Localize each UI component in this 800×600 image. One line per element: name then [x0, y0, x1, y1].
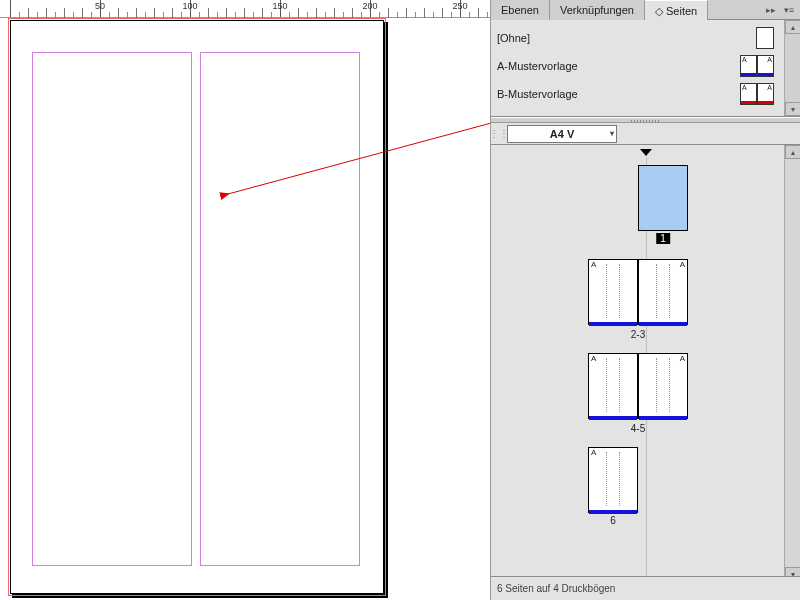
panel-status: 6 Seiten auf 4 Druckbögen: [491, 576, 800, 600]
ruler-label: 150: [272, 1, 287, 11]
column-guide-left: [32, 52, 192, 566]
page-size-label: A4 V: [550, 128, 574, 140]
document-pages-pane[interactable]: 1AA2-3AA4-5A6 ▴ ▾: [491, 145, 800, 600]
scroll-up-icon[interactable]: ▴: [785, 20, 800, 34]
scroll-up-icon[interactable]: ▴: [785, 145, 800, 159]
master-row[interactable]: A-MustervorlageAA: [497, 52, 794, 80]
page-thumb[interactable]: A: [588, 353, 638, 419]
panel-tabbar: Ebenen Verknüpfungen ◇ Seiten ▸▸ ▾≡: [491, 0, 800, 20]
chevron-down-icon: ▾: [610, 129, 614, 138]
spine-marker-icon: [640, 149, 652, 156]
tab-links[interactable]: Verknüpfungen: [550, 0, 645, 20]
page-size-select[interactable]: A4 V ▾: [507, 125, 617, 143]
page-thumb[interactable]: A: [638, 353, 688, 419]
page-size-bar: ⋮⋮ A4 V ▾: [491, 123, 800, 145]
tab-pages-label: Seiten: [666, 5, 697, 17]
pane-divider[interactable]: [491, 117, 800, 123]
status-text: 6 Seiten auf 4 Druckbögen: [497, 583, 615, 594]
master-pages-list: ▴ ▾ [Ohne]A-MustervorlageAAB-Mustervorla…: [491, 20, 800, 117]
master-row[interactable]: B-MustervorlageAA: [497, 80, 794, 108]
column-guide-right: [200, 52, 360, 566]
spread-label: 4-5: [588, 423, 688, 434]
master-thumbnail[interactable]: AA: [740, 55, 774, 77]
panel-menu-icon[interactable]: ▾≡: [782, 3, 796, 17]
master-label: A-Mustervorlage: [497, 60, 740, 72]
tab-layers[interactable]: Ebenen: [491, 0, 550, 20]
pages-scrollbar[interactable]: ▴ ▾: [784, 145, 800, 581]
master-row[interactable]: [Ohne]: [497, 24, 794, 52]
document-canvas[interactable]: [0, 18, 490, 600]
collapse-icon[interactable]: ▸▸: [764, 3, 778, 17]
horizontal-ruler: 50100150200250: [0, 0, 490, 18]
ruler-label: 100: [182, 1, 197, 11]
tab-pages[interactable]: ◇ Seiten: [645, 0, 708, 20]
page-thumb[interactable]: A: [588, 259, 638, 325]
tab-pages-prefix: ◇: [655, 5, 663, 17]
page-thumb[interactable]: A: [638, 259, 688, 325]
master-label: B-Mustervorlage: [497, 88, 740, 100]
page-number: 6: [589, 515, 637, 526]
ruler-label: 50: [95, 1, 105, 11]
spread-label: 2-3: [588, 329, 688, 340]
masters-scrollbar[interactable]: ▴ ▾: [784, 20, 800, 116]
page-number: 1: [656, 233, 670, 244]
pages-panel: Ebenen Verknüpfungen ◇ Seiten ▸▸ ▾≡ ▴ ▾ …: [490, 0, 800, 600]
master-label: [Ohne]: [497, 32, 756, 44]
scroll-down-icon[interactable]: ▾: [785, 102, 800, 116]
page-thumb[interactable]: 1: [638, 165, 688, 231]
master-thumbnail[interactable]: [756, 27, 774, 49]
ruler-label: 250: [452, 1, 467, 11]
master-thumbnail[interactable]: AA: [740, 83, 774, 105]
grip-icon[interactable]: ⋮⋮: [491, 128, 507, 139]
ruler-label: 200: [362, 1, 377, 11]
page-thumb[interactable]: A6: [588, 447, 638, 513]
